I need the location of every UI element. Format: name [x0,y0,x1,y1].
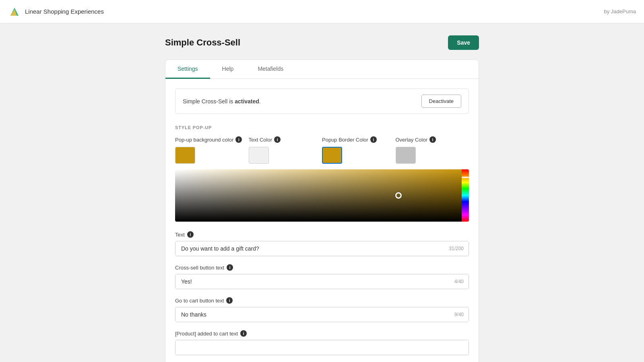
field-label-go-to-cart: Go to cart button text i [175,297,469,304]
field-label-product-added: [Product] added to cart text i [175,330,469,337]
info-icon-border[interactable]: i [370,136,377,143]
activation-bar: Simple Cross-Sell is activated. Deactiva… [175,88,469,114]
color-picker[interactable] [175,169,469,222]
main-container: Simple Cross-Sell Save Settings Help Met… [157,23,487,362]
style-popup-section: STYLE POP-UP Pop-up background color i T… [175,125,469,222]
hue-indicator [462,177,469,178]
cross-sell-button-input[interactable] [175,274,469,289]
go-to-cart-input[interactable] [175,307,469,322]
info-icon-cross-sell[interactable]: i [227,264,233,271]
tab-metafields[interactable]: Metafields [246,60,295,79]
color-swatch-overlay[interactable] [396,147,416,164]
info-icon-text[interactable]: i [274,136,281,143]
tab-content-settings: Simple Cross-Sell is activated. Deactiva… [165,79,479,362]
save-button[interactable]: Save [448,35,479,50]
field-group-product-added: [Product] added to cart text i [175,330,469,355]
field-group-go-to-cart: Go to cart button text i 9/40 [175,297,469,322]
color-label-border: Popup Border Color i [322,136,377,143]
app-name: Linear Shopping Experiences [25,8,104,15]
color-gradient-canvas[interactable] [175,169,462,222]
field-input-wrap-cross-sell: 4/40 [175,274,469,289]
tab-help[interactable]: Help [210,60,246,79]
field-input-wrap-product-added [175,340,469,355]
logo-area: Linear Shopping Experiences [8,5,104,18]
info-icon-go-to-cart[interactable]: i [226,297,233,304]
page-title: Simple Cross-Sell [165,37,240,48]
field-label-cross-sell: Cross-sell button text i [175,264,469,271]
byline-text: by JadePuma [604,8,636,14]
text-input[interactable] [175,241,469,256]
color-swatch-bg[interactable] [175,147,195,164]
page-header: Simple Cross-Sell Save [165,35,479,50]
app-header: Linear Shopping Experiences by JadePuma [0,0,644,23]
color-label-bg: Pop-up background color i [175,136,242,143]
cross-sell-count: 4/40 [454,279,464,284]
info-icon-overlay[interactable]: i [429,136,436,143]
field-input-wrap-text: 31/200 [175,241,469,256]
activation-text: Simple Cross-Sell is activated. [183,98,261,105]
app-logo-icon [8,5,21,18]
tab-bar: Settings Help Metafields [165,60,479,79]
color-item-text: Text Color i [249,136,322,164]
settings-card: Settings Help Metafields Simple Cross-Se… [165,60,479,362]
info-icon-bg[interactable]: i [235,136,242,143]
product-added-input[interactable] [175,340,469,355]
color-swatch-text[interactable] [249,147,269,164]
color-picker-dot[interactable] [395,192,402,199]
color-hue-slider[interactable] [462,169,469,222]
color-label-text: Text Color i [249,136,281,143]
info-icon-text-field[interactable]: i [187,231,194,238]
field-label-text: Text i [175,231,469,238]
color-item-border: Popup Border Color i [322,136,396,164]
go-to-cart-count: 9/40 [454,312,464,317]
color-item-bg: Pop-up background color i [175,136,249,164]
style-section-label: STYLE POP-UP [175,125,469,130]
deactivate-button[interactable]: Deactivate [421,95,461,108]
color-swatches-row: Pop-up background color i Text Color i [175,136,469,164]
field-group-cross-sell: Cross-sell button text i 4/40 [175,264,469,289]
color-item-overlay: Overlay Color i [396,136,469,164]
color-swatch-border[interactable] [322,147,342,164]
field-input-wrap-go-to-cart: 9/40 [175,307,469,322]
color-label-overlay: Overlay Color i [396,136,436,143]
info-icon-product-added[interactable]: i [240,330,247,337]
activation-status: activated [235,98,259,105]
field-group-text: Text i 31/200 [175,231,469,256]
text-count: 31/200 [449,246,464,251]
tab-settings[interactable]: Settings [165,60,210,79]
